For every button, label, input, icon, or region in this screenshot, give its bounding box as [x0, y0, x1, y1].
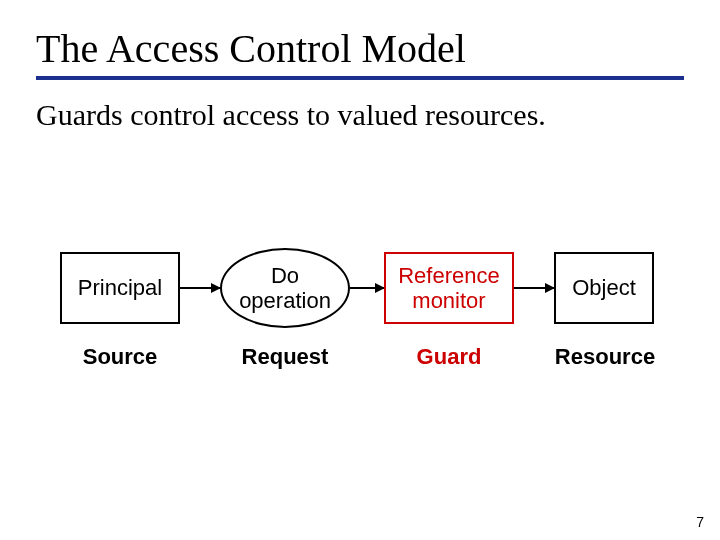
- slide-subtitle: Guards control access to valued resource…: [36, 98, 684, 132]
- caption-source: Source: [60, 344, 180, 370]
- caption-resource: Resource: [540, 344, 670, 370]
- access-control-diagram: Principal Do operation Reference monitor…: [60, 232, 660, 432]
- slide-title: The Access Control Model: [36, 28, 684, 70]
- arrow-monitor-to-object: [514, 287, 554, 289]
- node-operation: Do operation: [220, 248, 350, 328]
- title-rule: [36, 76, 684, 80]
- caption-request: Request: [220, 344, 350, 370]
- caption-guard: Guard: [384, 344, 514, 370]
- node-reference-monitor: Reference monitor: [384, 252, 514, 324]
- node-object: Object: [554, 252, 654, 324]
- slide: The Access Control Model Guards control …: [0, 0, 720, 540]
- arrow-operation-to-monitor: [350, 287, 384, 289]
- node-principal: Principal: [60, 252, 180, 324]
- page-number: 7: [696, 514, 704, 530]
- arrow-principal-to-operation: [180, 287, 220, 289]
